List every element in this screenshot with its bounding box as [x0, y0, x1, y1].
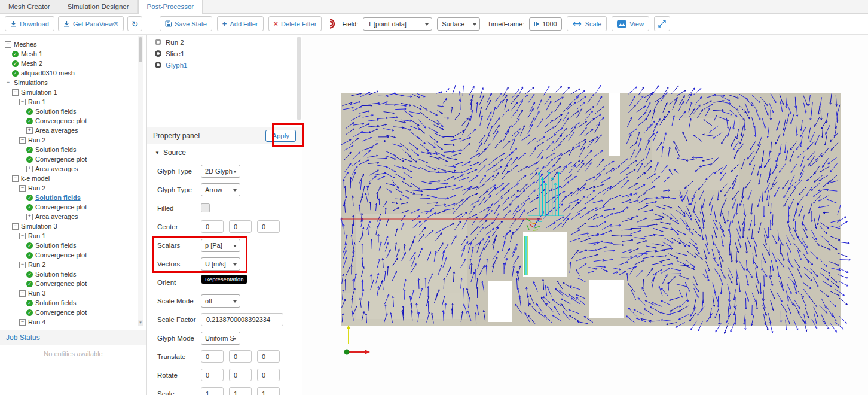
tree-item-convergence-plot[interactable]: ✓Convergence plot [0, 250, 137, 260]
refresh-button[interactable]: ↻ [127, 16, 143, 31]
visibility-toggle-icon[interactable] [155, 50, 161, 57]
select-value: Arrow [205, 186, 222, 193]
collapse-icon[interactable]: − [5, 41, 11, 48]
collapse-icon[interactable]: − [19, 319, 26, 326]
view-button[interactable]: View [612, 16, 649, 31]
tree-item-run-2[interactable]: −Run 2 [0, 135, 137, 145]
scale-input-1[interactable]: 1 [229, 387, 252, 395]
apply-button[interactable]: Apply [265, 130, 296, 142]
tree-item-run-2[interactable]: −Run 2 [0, 260, 137, 269]
vectors-select[interactable]: U [m/s] [201, 257, 240, 271]
collapse-icon[interactable]: − [19, 137, 26, 144]
collapse-icon[interactable]: − [19, 290, 26, 297]
scale-input-2[interactable]: 1 [257, 387, 280, 395]
property-row-scale-factor: Scale Factor0.2138700008392334 [147, 310, 302, 329]
render-view-canvas[interactable] [302, 35, 868, 395]
translate-input-1[interactable]: 0 [229, 350, 252, 363]
collapse-icon[interactable]: − [5, 80, 11, 86]
representation-select[interactable]: Surface [437, 17, 480, 31]
rotate-input-0[interactable]: 0 [201, 369, 224, 381]
tree-item-simulation-1[interactable]: −Simulation 1 [0, 87, 137, 97]
tree-item-convergence-plot[interactable]: ✓Convergence plot [0, 279, 137, 288]
pipeline-item-glyph1[interactable]: Glyph1 [147, 59, 296, 71]
visibility-toggle-icon[interactable] [155, 62, 161, 68]
play-icon[interactable] [534, 22, 539, 26]
collapse-icon[interactable]: − [19, 99, 26, 105]
collapse-icon[interactable]: − [12, 175, 19, 182]
tree-item-area-averages[interactable]: +Area averages [0, 126, 137, 135]
center-input-1[interactable]: 0 [229, 220, 252, 233]
timeframe-input[interactable]: 1000 [529, 17, 561, 31]
collapse-icon[interactable]: − [12, 89, 19, 96]
tab-simulation-designer[interactable]: Simulation Designer [59, 0, 138, 13]
tree-item-run-4[interactable]: −Run 4 [0, 317, 137, 327]
tree-item-area-averages[interactable]: +Area averages [0, 212, 137, 221]
tree-item-simulations[interactable]: −Simulations [0, 78, 137, 87]
tree-item-allquad0310-mesh[interactable]: ✓allquad0310 mesh [0, 68, 137, 78]
tree-item-solution-fields[interactable]: ✓Solution fields [0, 107, 137, 116]
tree-item-convergence-plot[interactable]: ✓Convergence plot [0, 154, 137, 164]
delete-filter-button[interactable]: × Delete Filter [268, 16, 322, 31]
render-view[interactable] [302, 35, 868, 395]
expand-icon[interactable]: + [26, 214, 33, 220]
tree-item-solution-fields[interactable]: ✓Solution fields [0, 269, 137, 279]
pipeline-item-slice1[interactable]: Slice1 [147, 48, 296, 59]
tree-item-run-3[interactable]: −Run 3 [0, 288, 137, 298]
add-filter-button[interactable]: + Add Filter [217, 16, 264, 31]
resize-view-button[interactable] [654, 16, 670, 31]
collapse-icon[interactable]: − [19, 233, 26, 239]
pipeline-scrollbar[interactable] [297, 37, 301, 120]
collapse-icon[interactable]: − [12, 223, 19, 230]
expand-icon[interactable]: + [26, 127, 33, 134]
collapse-icon[interactable]: − [19, 185, 26, 192]
tree-item-label: Simulations [14, 79, 48, 86]
tree-item-meshes[interactable]: −Meshes [0, 40, 137, 49]
collapse-icon[interactable]: − [19, 262, 26, 268]
rotate-input-1[interactable]: 0 [229, 369, 252, 381]
tree-scrollbar[interactable]: ▾ [138, 36, 143, 326]
get-paraview-button[interactable]: Get ParaView® [58, 16, 124, 31]
rotate-input-2[interactable]: 0 [257, 369, 280, 381]
scale-input-0[interactable]: 1 [201, 387, 224, 395]
download-button[interactable]: Download [5, 16, 54, 31]
translate-input-0[interactable]: 0 [201, 350, 224, 363]
tree-item-run-1[interactable]: −Run 1 [0, 231, 137, 241]
tree-item-solution-fields[interactable]: ✓Solution fields [0, 193, 137, 202]
scalars-select[interactable]: p [Pa] [201, 239, 240, 252]
tree-item-k-e-model[interactable]: −k-e model [0, 174, 137, 183]
job-status-header[interactable]: Job Status [0, 330, 146, 345]
tree-item-solution-fields[interactable]: ✓Solution fields [0, 145, 137, 154]
scale-mode-select[interactable]: off [201, 294, 240, 308]
tree-item-run-1[interactable]: −Run 1 [0, 97, 137, 107]
tab-post-processor[interactable]: Post-Processor [138, 0, 203, 14]
glyph-type-select[interactable]: 2D Glyph [201, 165, 240, 178]
scrollbar-down-arrow[interactable]: ▾ [138, 320, 143, 326]
tree-item-simulation-3[interactable]: −Simulation 3 [0, 221, 137, 231]
source-section-header[interactable]: ▼ Source [155, 148, 186, 157]
tree-item-solution-fields[interactable]: ✓Solution fields [0, 298, 137, 308]
tree-item-convergence-plot[interactable]: ✓Convergence plot [0, 116, 137, 126]
sidebar: −Meshes✓Mesh 1✓Mesh 2✓allquad0310 mesh−S… [0, 35, 147, 395]
scale-button[interactable]: Scale [567, 16, 607, 31]
expand-icon[interactable]: + [26, 166, 33, 172]
translate-input-2[interactable]: 0 [257, 350, 280, 363]
center-input-0[interactable]: 0 [201, 220, 224, 233]
scale-factor-input[interactable]: 0.2138700008392334 [201, 313, 283, 326]
tree-item-mesh-2[interactable]: ✓Mesh 2 [0, 59, 137, 68]
field-select[interactable]: T [point-data] [363, 17, 432, 31]
tree-item-solution-fields[interactable]: ✓Solution fields [0, 241, 137, 250]
visibility-toggle-icon[interactable] [155, 39, 161, 45]
tab-mesh-creator[interactable]: Mesh Creator [0, 0, 59, 13]
tree-item-run-2[interactable]: −Run 2 [0, 183, 137, 193]
center-input-2[interactable]: 0 [257, 220, 280, 233]
glyph-mode-select[interactable]: Uniform S [201, 332, 240, 345]
tree-item-convergence-plot[interactable]: ✓Convergence plot [0, 202, 137, 212]
filled-checkbox[interactable] [201, 203, 210, 212]
tree-item-area-averages[interactable]: +Area averages [0, 164, 137, 174]
glyph-type-select[interactable]: Arrow [201, 183, 240, 196]
pipeline-item-run-2[interactable]: Run 2 [147, 37, 296, 48]
scrollbar-thumb[interactable] [139, 37, 142, 62]
tree-item-mesh-1[interactable]: ✓Mesh 1 [0, 49, 137, 59]
tree-item-convergence-plot[interactable]: ✓Convergence plot [0, 308, 137, 317]
save-state-button[interactable]: Save State [160, 16, 212, 31]
